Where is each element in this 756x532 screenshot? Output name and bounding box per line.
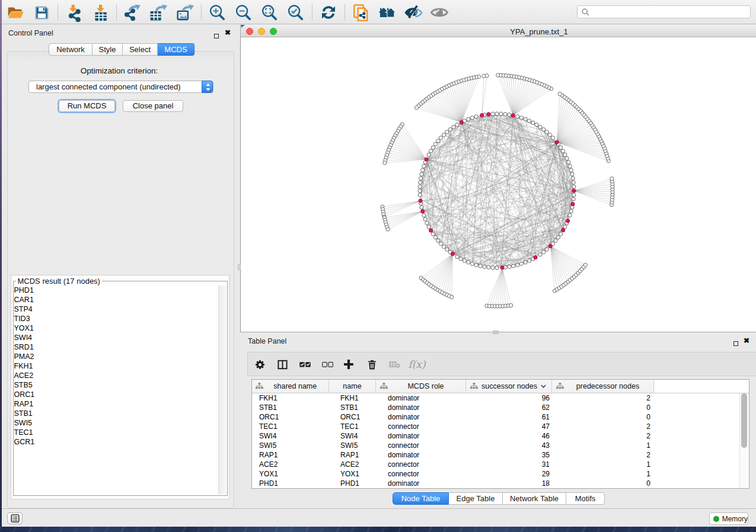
import-network-icon[interactable] [64,3,83,22]
vertical-splitter-handle[interactable] [238,264,241,270]
search-input[interactable] [577,5,751,18]
table-row-SWI4[interactable]: SWI4SWI4dominator462 [252,431,749,441]
mcds-result-item[interactable]: STB5 [12,380,215,390]
table-scrollbar-thumb[interactable] [741,393,747,448]
zoom-selected-icon[interactable] [286,3,305,22]
column-header-predecessor-nodes[interactable]: predecessor nodes [553,380,654,392]
cell: 0 [615,479,650,488]
export-image-icon[interactable] [175,3,194,22]
control-panel-close-icon[interactable]: ✖ [225,30,231,36]
minimize-traffic-light[interactable] [258,28,265,35]
cell: 31 [514,460,550,469]
mcds-result-item[interactable]: PHD1 [12,286,215,295]
cell: connector [388,469,419,479]
mcds-result-item[interactable]: STB1 [12,409,215,418]
tab-network[interactable]: Network [49,43,92,56]
table-scrollbar[interactable] [739,393,748,488]
toolbar-separator [58,4,58,20]
share-document-icon[interactable] [352,3,371,22]
mcds-result-item[interactable]: FKH1 [12,361,215,371]
mcds-result-scrollbar[interactable] [218,286,227,494]
table-columns-icon[interactable] [273,355,291,373]
table-panel: Table Panel ✖ [240,335,756,508]
table-row-YOX1[interactable]: YOX1YOX1connector291 [252,469,749,479]
table-panel-float-icon[interactable] [733,338,738,348]
zoom-in-icon[interactable] [208,3,227,22]
zoom-out-icon[interactable] [234,3,253,22]
optimization-criterion-select[interactable]: largest connected component (undirected) [28,81,213,93]
tab-node-table[interactable]: Node Table [393,492,449,505]
cell: dominator [388,412,419,422]
tab-network-table[interactable]: Network Table [503,492,566,505]
mcds-result-item[interactable]: CAR1 [12,295,215,305]
mcds-result-item[interactable]: SRD1 [12,342,215,352]
table-row-TEC1[interactable]: TEC1TEC1connector472 [252,422,749,431]
splitter-handle[interactable] [493,331,499,334]
table-row-STB1[interactable]: STB1STB1dominator620 [252,403,749,412]
mcds-result-item[interactable]: ACE2 [12,371,215,380]
open-session-icon[interactable] [6,3,25,22]
import-table-icon[interactable] [91,3,110,22]
control-panel-float-icon[interactable] [214,30,219,41]
home-icon[interactable] [378,3,397,22]
run-mcds-button[interactable]: Run MCDS [59,100,115,112]
deselect-all-icon[interactable] [318,355,336,373]
show-panel-eye-icon[interactable] [430,3,449,22]
mcds-result-item[interactable]: GCR1 [12,437,215,447]
cell: PHD1 [259,479,278,488]
column-header-MCDS-role[interactable]: MCDS role [377,380,466,392]
tab-mcds[interactable]: MCDS [158,43,194,56]
close-traffic-light[interactable] [246,28,253,35]
add-column-icon[interactable] [340,355,358,373]
mcds-result-item[interactable]: TID3 [12,314,215,323]
mcds-result-item[interactable]: STP4 [12,305,215,314]
tab-motifs[interactable]: Motifs [566,492,605,505]
task-list-icon [11,514,20,523]
task-history-button[interactable] [7,512,23,524]
zoom-traffic-light[interactable] [270,28,277,35]
delete-column-icon[interactable] [363,355,381,373]
column-header-successor-nodes[interactable]: successor nodes [467,380,552,392]
column-header-shared-name[interactable]: shared name [252,380,329,392]
tab-style[interactable]: Style [92,43,123,56]
mcds-result-item[interactable]: RAP1 [12,399,215,409]
cell: dominator [388,403,419,412]
mcds-result-item[interactable]: PMA2 [12,352,215,361]
zoom-fit-icon[interactable] [260,3,279,22]
select-all-icon[interactable] [296,355,314,373]
memory-button[interactable]: Memory [709,512,748,525]
mcds-result-item[interactable]: ORC1 [12,390,215,399]
table-row-SWI5[interactable]: SWI5SWI5connector431 [252,441,749,450]
tab-edge-table[interactable]: Edge Table [449,492,503,505]
table-panel-close-icon[interactable]: ✖ [744,338,749,344]
mcds-result-item[interactable]: SWI4 [12,333,215,342]
cell: connector [388,460,419,469]
export-table-icon[interactable] [148,3,167,22]
cell: connector [388,422,419,431]
save-session-icon[interactable] [32,3,51,22]
hide-panel-eye-icon[interactable] [404,3,423,22]
table-row-PHD1[interactable]: PHD1PHD1dominator180 [252,479,749,488]
mcds-result-list[interactable]: PHD1CAR1STP4TID3YOX1SWI4SRD1PMA2FKH1ACE2… [12,286,215,494]
network-window-titlebar[interactable]: YPA_prune.txt_1 [240,25,756,37]
status-bar: Memory [2,508,756,527]
close-panel-button[interactable]: Close panel [123,100,183,112]
table-row-ORC1[interactable]: ORC1ORC1dominator610 [252,412,749,422]
table-settings-icon[interactable] [251,355,269,373]
cell: dominator [388,479,419,488]
window-focus-corner [241,25,245,28]
cell: 0 [615,412,650,422]
table-row-RAP1[interactable]: RAP1RAP1dominator352 [252,450,749,460]
network-canvas[interactable] [240,37,756,332]
tab-select[interactable]: Select [123,43,158,56]
table-row-ACE2[interactable]: ACE2ACE2connector311 [252,460,749,469]
column-header-name[interactable]: name [330,380,376,392]
refresh-icon[interactable] [319,3,338,22]
mcds-result-item[interactable]: TEC1 [12,428,215,437]
mcds-result-item[interactable]: YOX1 [12,323,215,333]
toolbar-separator [344,4,345,20]
table-row-FKH1[interactable]: FKH1FKH1dominator962 [252,393,749,403]
export-network-icon[interactable] [123,3,142,22]
mcds-result-item[interactable]: SWI5 [12,418,215,428]
network-view-window: YPA_prune.txt_1 [240,25,756,332]
